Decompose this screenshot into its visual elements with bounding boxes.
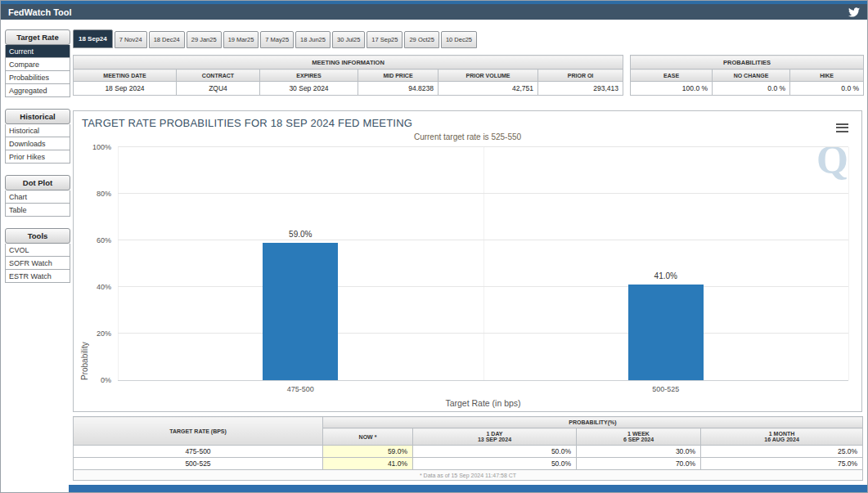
y-gridline <box>118 240 848 240</box>
sidebar-item-aggregated[interactable]: Aggregated <box>5 84 70 97</box>
probability-cell: 50.0% <box>413 458 577 470</box>
probabilities-summary-table-value-row: 100.0 %0.0 %0.0 % <box>631 82 864 96</box>
column-header-expires: EXPIRES <box>260 69 358 82</box>
subcolumn-line2: 16 AUG 2024 <box>703 437 861 442</box>
subcolumn-line1: 1 DAY <box>415 431 574 437</box>
subcolumn-line1: NOW * <box>325 434 411 440</box>
bottom-footer-strip <box>69 485 867 492</box>
tab-10-dec25[interactable]: 10 Dec25 <box>441 31 477 48</box>
sidebar-item-probabilities[interactable]: Probabilities <box>5 71 70 84</box>
tab-29-oct25[interactable]: 29 Oct25 <box>404 31 438 48</box>
column-header-contract: CONTRACT <box>177 69 260 82</box>
value-expires: 30 Sep 2024 <box>260 82 358 96</box>
y-axis-tick-label: 0% <box>101 376 111 384</box>
column-header-meeting-date: MEETING DATE <box>74 69 177 82</box>
value-prior-oi: 293,413 <box>538 82 623 96</box>
sidebar-section-historical: Historical <box>5 109 70 124</box>
chart-container: TARGET RATE PROBABILITIES FOR 18 SEP 202… <box>73 110 862 412</box>
tab-18-dec24[interactable]: 18 Dec24 <box>149 31 185 48</box>
meeting-info-table: MEETING INFORMATIONMEETING DATECONTRACTE… <box>73 55 623 96</box>
x-axis-title: Target Rate (in bps) <box>118 398 848 408</box>
value-ease: 100.0 % <box>631 82 713 96</box>
probability-cell: 75.0% <box>701 458 863 470</box>
chart-bar-475-500[interactable] <box>263 243 338 380</box>
y-axis-tick-label: 100% <box>92 143 111 151</box>
column-header-prior-volume: PRIOR VOLUME <box>438 69 538 82</box>
value-prior-volume: 42,751 <box>438 82 538 96</box>
value-meeting-date: 18 Sep 2024 <box>74 82 177 96</box>
plot-boundary-line <box>483 147 484 380</box>
tab-19-mar25[interactable]: 19 Mar25 <box>223 31 259 48</box>
chart-plot: Probability 0%20%40%60%80%100%59.0%475-5… <box>118 147 848 381</box>
info-row: MEETING INFORMATIONMEETING DATECONTRACTE… <box>73 55 862 96</box>
column-header-no-change: NO CHANGE <box>713 69 790 82</box>
subcolumn-header-1-day: 1 DAY13 SEP 2024 <box>413 428 577 446</box>
y-axis-tick-label: 40% <box>97 283 111 291</box>
tab-7-nov24[interactable]: 7 Nov24 <box>115 31 147 48</box>
fedwatch-page: FedWatch Tool Target RateCurrentCompareP… <box>0 0 868 493</box>
column-header-hike: HIKE <box>790 69 864 82</box>
probabilities-summary-table-caption: PROBABILITIES <box>631 56 864 69</box>
column-header-ease: EASE <box>631 69 713 82</box>
data-as-of-note: * Data as of 15 Sep 2024 11:47:58 CT <box>74 470 863 481</box>
tab-18-sep24[interactable]: 18 Sep24 <box>73 29 113 48</box>
subcolumn-header-1-week: 1 WEEK6 SEP 2024 <box>577 428 701 446</box>
probability-cell: 25.0% <box>701 446 863 458</box>
probabilities-summary-table-header-row: EASENO CHANGEHIKE <box>631 69 864 82</box>
meeting-info-table-caption: MEETING INFORMATION <box>74 56 623 69</box>
y-gridline <box>118 146 848 147</box>
probabilities-summary-table: PROBABILITIESEASENO CHANGEHIKE100.0 %0.0… <box>630 55 864 96</box>
footnote-row: * Data as of 15 Sep 2024 11:47:58 CT <box>74 470 863 481</box>
subcolumn-line1: 1 WEEK <box>578 431 699 437</box>
sidebar-item-downloads[interactable]: Downloads <box>5 137 70 150</box>
probabilities-summary-table-caption-row: PROBABILITIES <box>631 56 864 69</box>
sidebar-item-compare[interactable]: Compare <box>5 58 70 71</box>
plot-boundary-line <box>118 147 119 380</box>
table-row-500-525: 500-52541.0%50.0%70.0%75.0% <box>74 458 863 470</box>
sidebar-item-table[interactable]: Table <box>5 204 70 217</box>
sidebar-item-current[interactable]: Current <box>5 45 70 58</box>
sidebar-item-cvol[interactable]: CVOL <box>5 244 70 257</box>
y-axis-title: Probability <box>80 147 89 380</box>
probability-cell: 30.0% <box>577 446 701 458</box>
target-rate-bps-header: TARGET RATE (BPS) <box>74 417 323 446</box>
twitter-icon[interactable] <box>848 7 860 17</box>
value-contract: ZQU4 <box>177 82 260 96</box>
tab-7-may25[interactable]: 7 May25 <box>260 31 294 48</box>
meeting-info-table-value-row: 18 Sep 2024ZQU430 Sep 202494.823842,7512… <box>74 82 623 96</box>
rate-cell: 475-500 <box>74 446 323 458</box>
y-gridline <box>118 286 848 287</box>
bar-value-label: 59.0% <box>289 230 312 239</box>
chart-title: TARGET RATE PROBABILITIES FOR 18 SEP 202… <box>82 117 412 129</box>
column-header-mid-price: MID PRICE <box>358 69 438 82</box>
tab-17-sep25[interactable]: 17 Sep25 <box>367 31 403 48</box>
sidebar-section-tools: Tools <box>5 228 70 244</box>
content-area: Target RateCurrentCompareProbabilitiesAg… <box>5 29 861 490</box>
chart-subtitle: Current target rate is 525-550 <box>74 132 861 141</box>
tab-30-jul25[interactable]: 30 Jul25 <box>332 31 365 48</box>
sidebar-section-target-rate: Target Rate <box>5 29 70 45</box>
y-axis-tick-label: 60% <box>97 236 111 244</box>
rate-cell: 500-525 <box>74 458 323 470</box>
app-title: FedWatch Tool <box>8 7 72 17</box>
twitter-bird-glyph <box>848 7 860 17</box>
sidebar-item-estr-watch[interactable]: ESTR Watch <box>5 270 70 283</box>
tab-29-jan25[interactable]: 29 Jan25 <box>187 31 222 48</box>
subcolumn-header-1-month: 1 MONTH16 AUG 2024 <box>701 428 863 446</box>
subcolumn-line1: 1 MONTH <box>703 431 861 437</box>
y-gridline <box>118 333 848 334</box>
meeting-info-table-header-row: MEETING DATECONTRACTEXPIRESMID PRICEPRIO… <box>74 69 623 82</box>
chart-bar-500-525[interactable] <box>628 285 704 380</box>
sidebar-item-sofr-watch[interactable]: SOFR Watch <box>5 257 70 270</box>
sidebar-item-chart[interactable]: Chart <box>5 190 70 204</box>
sidebar-item-prior-hikes[interactable]: Prior Hikes <box>5 150 70 164</box>
value-mid-price: 94.8238 <box>358 82 438 96</box>
main-panel: 18 Sep247 Nov2418 Dec2429 Jan2519 Mar257… <box>73 29 862 490</box>
bar-value-label: 41.0% <box>654 271 677 280</box>
sidebar-item-historical[interactable]: Historical <box>5 124 70 137</box>
column-header-prior-oi: PRIOR OI <box>538 69 623 82</box>
app-header: FedWatch Tool <box>1 4 867 20</box>
tab-18-jun25[interactable]: 18 Jun25 <box>295 31 331 48</box>
probability-table: TARGET RATE (BPS)PROBABILITY(%)NOW *1 DA… <box>73 416 863 481</box>
x-axis-category-label: 500-525 <box>652 385 679 393</box>
